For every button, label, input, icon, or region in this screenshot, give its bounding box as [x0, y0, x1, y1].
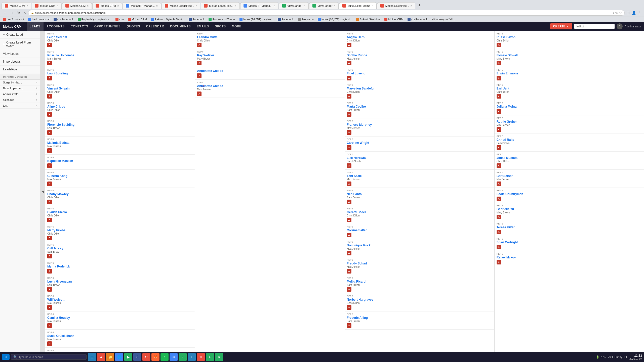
card-name[interactable]: Ebony Mowrey: [47, 192, 193, 196]
kanban-card[interactable]: REP 6Russa SaxonChris DillonA: [495, 31, 644, 49]
kanban-card[interactable]: REP 6Earl JentChris DillonA: [495, 82, 644, 100]
kanban-card[interactable]: REP 4Leandro CuttsChris DillonA: [195, 31, 344, 49]
kanban-card[interactable]: REP 6Caroline WrightA: [345, 137, 494, 152]
kanban-card[interactable]: REP 6Priscilla HolcombeMary BrownA: [45, 49, 195, 67]
card-name[interactable]: Camilla Housby: [47, 316, 193, 320]
bookmark-5[interactable]: crm: [114, 18, 125, 21]
card-name[interactable]: Leigh Sedirist: [47, 35, 193, 39]
card-name[interactable]: Fidel Luveno: [347, 72, 492, 75]
card-name[interactable]: Caroline Wright: [347, 141, 492, 145]
bookmark-1[interactable]: crm2.mokas.lt: [2, 18, 25, 21]
kanban-card[interactable]: REP 6Ray WetzlerMary BrownA: [195, 49, 344, 67]
tab-3[interactable]: Mokas CRM ×: [62, 2, 92, 9]
sidebar-recent-admin[interactable]: Administrator ✎: [0, 91, 40, 97]
sidebar-item-view-leads[interactable]: View Leads: [0, 50, 40, 58]
tab-8[interactable]: MokasIT - Manag... ×: [240, 2, 278, 9]
card-name[interactable]: Lucia Greenspan: [47, 280, 193, 283]
card-name[interactable]: Leandro Cutts: [197, 35, 342, 39]
bookmark-16[interactable]: (1) Facebook: [407, 18, 429, 21]
nav-item-accounts[interactable]: ACCOUNTS: [44, 22, 68, 31]
tab-6[interactable]: Mokas LeadsPipe... ×: [162, 2, 200, 9]
kanban-card[interactable]: REP 6Teresa KilferA: [495, 221, 644, 236]
close-tab-8[interactable]: ×: [274, 5, 275, 7]
taskbar-app-6[interactable]: S: [133, 353, 141, 361]
kanban-card[interactable]: REP 6Toni SealeMax JensenA: [345, 170, 494, 188]
kanban-card[interactable]: REP 6Malinda BatistaMax JensenA: [45, 137, 195, 155]
tab-2[interactable]: Mokas CRM ×: [32, 2, 61, 9]
close-tab-6[interactable]: ×: [195, 5, 197, 7]
card-name[interactable]: Lise Horowitz: [347, 156, 492, 160]
taskbar-app-5[interactable]: ▶: [124, 353, 132, 361]
kanban-card[interactable]: REP 6Bert SetserMax JensenA: [495, 170, 644, 188]
home-button[interactable]: ⌂: [23, 10, 27, 15]
card-name[interactable]: Toni Seale: [347, 174, 492, 178]
settings-icon[interactable]: ⋮: [637, 10, 642, 15]
kanban-card[interactable]: REP 6Gabrielle YuMary BrownA: [495, 203, 644, 221]
close-tab-4[interactable]: ×: [117, 5, 119, 7]
bookmark-more[interactable]: Kiti adresyno žali...: [431, 18, 456, 21]
kanban-card[interactable]: REP 6Corrine SaltarA: [345, 224, 494, 239]
card-name[interactable]: Will Wolcott: [47, 298, 193, 301]
kanban-card[interactable]: REP 6Flossie StovallMary BrownA: [495, 49, 644, 67]
sidebar-recent-test[interactable]: test ✎: [0, 103, 40, 109]
card-name[interactable]: Flossie Stovall: [497, 54, 642, 57]
taskbar-search-input[interactable]: [19, 355, 69, 358]
taskbar-app-10[interactable]: ✉: [170, 353, 178, 361]
card-name[interactable]: Gerard Bader: [347, 210, 492, 214]
card-name[interactable]: Marta Coelho: [347, 105, 492, 108]
sidebar-recent-salesrep[interactable]: sales rep ✎: [0, 97, 40, 103]
card-name[interactable]: Vincent Sylvain: [47, 87, 193, 90]
sidebar-item-create-lead[interactable]: + Create Lead: [0, 31, 40, 39]
tab-7[interactable]: Mokas LeadsPipe... ×: [201, 2, 239, 9]
bookmark-15[interactable]: Mokas CRM: [383, 18, 405, 21]
card-name[interactable]: Antoinette Chiodo: [197, 69, 342, 73]
bookmark-14[interactable]: Sukurti Skelbima: [355, 18, 382, 21]
kanban-card[interactable]: REP 6Aline CrippsChris DillonA: [45, 100, 195, 118]
bookmark-10[interactable]: Inbox (14,851) – vyteni...: [238, 18, 275, 21]
card-name[interactable]: Frederic Alling: [347, 316, 492, 320]
kanban-card[interactable]: REP 6Erwin EmmonsA: [495, 67, 644, 82]
kanban-card[interactable]: REP 6Marta CoelhoSam BrownA: [345, 100, 494, 118]
kanban-card[interactable]: REP 6Florencio SpaldingSam BrownA: [45, 118, 195, 137]
card-name[interactable]: Maryelion Sandefur: [347, 87, 492, 90]
kanban-card[interactable]: REP 6Freddy ScharfMax JensenA: [345, 257, 494, 275]
card-name[interactable]: Myrna Roderick: [47, 265, 193, 268]
kanban-card[interactable]: REP 6Frederic AllingSam BrownA: [345, 311, 494, 330]
close-tab-12[interactable]: ×: [411, 5, 412, 7]
card-name[interactable]: Gabrielle Yu: [497, 207, 642, 211]
card-name[interactable]: Shari Cortright: [497, 241, 642, 244]
bookmark-11[interactable]: Facebook: [277, 18, 295, 21]
kanban-card[interactable]: REP 6Lise HorowitzSarah SmithA: [345, 152, 494, 170]
card-name[interactable]: Earl Jent: [497, 87, 642, 90]
bookmark-4[interactable]: Rogių dalys - vytenis.s...: [77, 18, 112, 21]
sidebar-item-leadspipe[interactable]: LeadsPipe: [0, 66, 40, 73]
card-name[interactable]: Marty Priebe: [47, 229, 193, 232]
kanban-card[interactable]: REP 6Vincent SylvainChris DillonA: [45, 82, 195, 100]
sidebar-recent-base[interactable]: Base Impleme... ✎: [0, 85, 40, 91]
card-name[interactable]: Frances Murphey: [347, 123, 492, 126]
card-name[interactable]: Bert Setser: [497, 174, 642, 178]
card-name[interactable]: Susie Cruickshank: [47, 334, 193, 338]
kanban-card[interactable]: REP 6Camilla HousbyMax JensenA: [45, 311, 195, 330]
kanban-card[interactable]: REP 6Fidel LuvenoA: [345, 67, 494, 82]
tab-10[interactable]: ViewRanger ×: [309, 2, 339, 9]
create-button[interactable]: CREATE ▼: [550, 23, 572, 29]
taskbar-search-box[interactable]: 🔍: [11, 354, 87, 360]
kanban-card[interactable]: REP 6Shari CortrightA: [495, 236, 644, 251]
sidebar-item-create-lead-vcard[interactable]: + Create Lead From vCard: [0, 39, 40, 50]
edit-icon-base[interactable]: ✎: [35, 87, 37, 90]
taskbar-app-7[interactable]: O: [142, 353, 150, 361]
kanban-card[interactable]: REP 6Christl RallsSam BrownA: [495, 133, 644, 152]
tab-9[interactable]: ViewRanger ×: [279, 2, 309, 9]
card-name[interactable]: Claude Pierro: [47, 210, 193, 214]
tab-11[interactable]: Suite2Excel Demo ×: [339, 2, 376, 9]
kanban-card[interactable]: REP 6Myrna RoderickA: [45, 260, 195, 275]
kanban-card[interactable]: REP 6Susie CruickshankMax JensenA: [45, 330, 195, 348]
card-name[interactable]: Gilberto Kong: [47, 174, 193, 178]
taskbar-app-14[interactable]: X: [206, 353, 214, 361]
taskbar-app-12[interactable]: T: [188, 353, 196, 361]
card-name[interactable]: Melba Ricard: [347, 280, 492, 283]
close-tab-11[interactable]: ×: [372, 5, 373, 7]
close-tab-9[interactable]: ×: [304, 5, 305, 7]
kanban-card[interactable]: REP 6Jonas MustafaChris DillonA: [495, 152, 644, 170]
